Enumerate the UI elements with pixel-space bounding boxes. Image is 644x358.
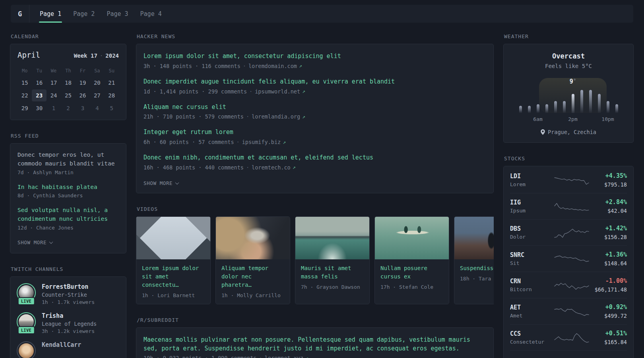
stock-values: +2.84%$42.04 [590,198,627,214]
stock-row[interactable]: DBSDolor+1.42%$156.28 [510,219,627,245]
tab-page-3[interactable]: Page 3 [106,5,129,23]
rss-item-title[interactable]: Donec tempor eros leo, ut commodo mauris… [17,151,119,168]
weather-bar [580,90,583,113]
external-link-icon: ↗ [305,355,308,358]
hackernews-item-title[interactable]: Donec imperdiet augue tincidunt felis al… [144,78,486,86]
calendar-day: 18 [61,77,75,89]
subreddit-card: Maecenas mollis pulvinar erat non posuer… [136,327,494,358]
videos-section-label: VIDEOS [137,206,494,212]
stock-sparkline [554,332,590,344]
twitch-avatar-ring: LIVE [17,283,36,302]
stocks-section-label: STOCKS [504,156,634,161]
stock-values: +0.92%$499.72 [590,304,627,319]
tab-page-2[interactable]: Page 2 [72,5,95,23]
twitch-channel-info: ForrestBurtonCounter-Strike1h · 1.7k vie… [42,283,95,305]
video-thumbnail[interactable] [216,217,290,259]
weather-bar-slot [612,104,621,113]
rss-item-title[interactable]: Sed volutpat nulla nisl, a condimentum n… [17,206,119,224]
stock-info: SNRCSit [510,251,554,266]
video-card-row: Lorem ipsum dolor sit amet consectetu…1h… [136,216,494,304]
stock-sparkline [554,174,590,186]
video-thumbnail[interactable] [375,217,449,259]
video-title[interactable]: Nullam posuere cursus ex [380,264,443,281]
twitch-channel-link[interactable]: KendallCarr [17,341,120,358]
twitch-channel-meta: 3h · 1.2k viewers [42,328,97,334]
stocks-widget: STOCKS LDILorem+4.35%$795.18IIGIpsum+2.8… [503,156,634,358]
stock-sparkline [554,305,590,317]
hackernews-item-title[interactable]: Lorem ipsum dolor sit amet, consectetur … [144,52,486,61]
weather-bar [528,106,531,113]
subreddit-post-domain-link[interactable]: loremnet.xyz [265,355,304,358]
weather-bar-slot [533,104,542,113]
twitch-channel-link[interactable]: LIVETrishaLeague of Legends3h · 1.2k vie… [17,312,120,334]
stock-name: Bitcorn [510,286,554,292]
stock-row[interactable]: AHS+0.46% [510,350,627,358]
video-meta: 18h · Tara [460,276,494,282]
stock-info: CRNBitcorn [510,278,554,292]
hackernews-item-domain-link[interactable]: loremlandia.org [252,113,300,120]
stock-row[interactable]: SNRCSit+1.36%$148.64 [510,245,627,272]
rss-item: Donec tempor eros leo, ut commodo mauris… [17,151,119,175]
rss-item: In hac habitasse platea8d · Cynthia Saun… [17,183,119,199]
weather-section-label: WEATHER [504,33,634,39]
video-thumbnail[interactable] [454,217,494,259]
video-title[interactable]: Suspendisse diam [460,264,494,272]
hackernews-item-domain-link[interactable]: ipsumworld.net [255,88,300,95]
hackernews-item-title[interactable]: Donec enim nibh, condimentum et accumsan… [144,154,486,162]
rss-card: Donec tempor eros leo, ut commodo mauris… [10,143,126,253]
stock-row[interactable]: LDILorem+4.35%$795.18 [510,167,627,193]
weather-condition: Overcast [510,52,627,60]
separator-dot: · [259,355,262,358]
weather-hour-labels: 6am2pm10pm [516,116,621,123]
hackernews-widget: HACKER NEWS Lorem ipsum dolor sit amet, … [136,33,494,193]
videos-widget: VIDEOS Lorem ipsum dolor sit amet consec… [136,206,494,304]
hackernews-list: Lorem ipsum dolor sit amet, consectetur … [144,52,486,171]
logo-g[interactable]: G [11,5,29,23]
hackernews-card: Lorem ipsum dolor sit amet, consectetur … [136,44,494,193]
stock-name: Lorem [510,181,554,187]
hackernews-item: Integer eget rutrum lorem6h · 60 points … [144,128,486,145]
calendar-day: 16 [32,77,46,89]
rss-show-more-button[interactable]: SHOW MORE [17,239,52,245]
separator-dot: · [100,53,103,59]
rss-item-meta: 7d · Ashlyn Martin [17,169,119,175]
hackernews-item-title[interactable]: Aliquam nec cursus elit [144,103,486,112]
hackernews-item-title[interactable]: Integer eget rutrum lorem [144,128,486,137]
stock-name: Dolor [510,234,554,240]
weather-location-text: Prague, Czechia [548,129,596,135]
twitch-channel-link[interactable]: LIVEForrestBurtonCounter-Strike1h · 1.7k… [17,283,120,305]
hackernews-item-domain-link[interactable]: ipsumify.biz [242,139,281,145]
chevron-down-icon [49,240,53,244]
rss-item-title[interactable]: In hac habitasse platea [17,183,119,192]
stock-row[interactable]: AETAmet+0.92%$499.72 [510,298,627,324]
stock-row[interactable]: IIGIpsum+2.84%$42.04 [510,193,627,219]
calendar-day: 29 [17,102,32,114]
subreddit-post-title[interactable]: Maecenas mollis pulvinar erat non posuer… [144,336,486,353]
stock-price: $499.72 [590,313,627,319]
stock-row[interactable]: CRNBitcorn-1.00%$66,171.48 [510,272,627,298]
tab-page-1[interactable]: Page 1 [39,5,62,23]
calendar-day-header: Fr [76,66,90,76]
hackernews-show-more-button[interactable]: SHOW MORE [144,180,178,186]
video-thumbnail[interactable] [295,217,369,259]
stock-change: +0.51% [590,330,627,337]
stock-values: +4.35%$795.18 [590,172,627,188]
video-title[interactable]: Mauris sit amet massa felis [301,264,364,281]
weather-bar [607,101,609,113]
video-title[interactable]: Lorem ipsum dolor sit amet consectetu… [142,264,205,289]
calendar-week-year: Week 17·2024 [74,53,119,59]
video-card: Nullam posuere cursus ex17h · Stefan Col… [374,216,449,304]
calendar-day-header: Tu [32,66,46,76]
video-title[interactable]: Aliquam tempor dolor nec pharetra… [221,264,284,289]
stock-name: Ipsum [510,208,554,214]
calendar-day-header: Mo [17,66,32,76]
video-thumbnail[interactable] [136,217,210,259]
calendar-day: 4 [90,102,104,114]
tab-page-4[interactable]: Page 4 [140,5,163,23]
external-link-icon: ↗ [283,139,286,145]
stock-row[interactable]: CCSConsectetur+0.51%$165.84 [510,324,627,350]
hackernews-item-domain-link[interactable]: loremtech.co [252,164,291,171]
hackernews-item-meta: 6h · 60 points · 57 comments·ipsumify.bi… [144,139,486,145]
stock-sparkline [554,279,590,291]
hackernews-item-domain-link[interactable]: loremdomain.com [248,63,297,69]
